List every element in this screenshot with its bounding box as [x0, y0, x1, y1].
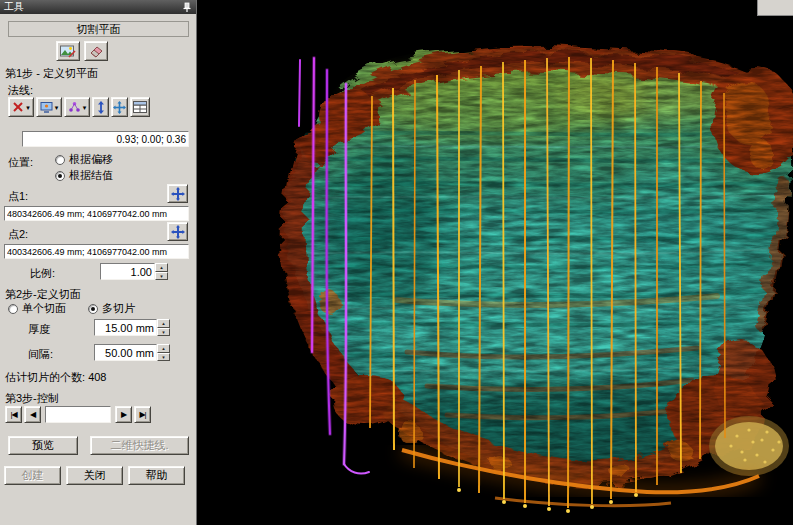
move-cross-icon — [113, 101, 126, 114]
point1-input[interactable] — [4, 206, 189, 221]
radio-by-offset[interactable]: 根据偏移 — [55, 152, 113, 167]
coordinates-table-button[interactable] — [130, 97, 150, 117]
eraser-icon — [89, 44, 104, 58]
app-window: 工具 切割平面 第1步 - 定义切平面 法线: — [0, 0, 793, 525]
vertical-arrows-icon — [95, 101, 107, 114]
panel-title: 工具 — [4, 0, 24, 14]
nav-prev-button[interactable]: ◀ — [24, 406, 41, 423]
slice-estimate: 估计切片的个数: 408 — [5, 370, 106, 385]
thickness-input[interactable] — [94, 319, 157, 336]
center-plane-button[interactable] — [111, 97, 128, 117]
position-label: 位置: — [8, 155, 33, 170]
normal-value-input[interactable] — [22, 131, 189, 147]
radio-circle — [8, 304, 18, 314]
nav-next-button[interactable]: ▶ — [115, 406, 132, 423]
scale-input[interactable] — [100, 263, 155, 280]
thickness-label: 厚度 — [28, 322, 50, 337]
point2-input[interactable] — [4, 244, 189, 259]
normal-from-view-button[interactable]: ▾ — [36, 97, 62, 117]
pick-point2-button[interactable] — [167, 222, 188, 241]
nav-last-button[interactable]: ▶| — [134, 406, 151, 423]
define-plane-graphically-button[interactable] — [56, 41, 80, 61]
radio-by-value-label: 根据结值 — [69, 168, 113, 183]
section-header: 切割平面 — [8, 21, 189, 37]
point1-label: 点1: — [8, 189, 28, 204]
point2-label: 点2: — [8, 227, 28, 242]
three-points-icon — [68, 101, 81, 113]
scale-label: 比例: — [30, 266, 55, 281]
create-button[interactable]: 创建 — [4, 466, 61, 485]
scale-spinner: ▴ ▾ — [100, 263, 168, 280]
edit-plane-button[interactable] — [84, 41, 108, 61]
pick-cross-icon — [171, 225, 185, 239]
step3-heading: 第3步-控制 — [5, 391, 59, 406]
picture-icon — [60, 45, 76, 58]
thickness-up-button[interactable]: ▴ — [157, 319, 170, 328]
radio-multi-slice-label: 多切片 — [102, 301, 135, 316]
thickness-down-button[interactable]: ▾ — [157, 328, 170, 337]
close-button[interactable]: 关闭 — [66, 466, 123, 485]
radio-by-offset-label: 根据偏移 — [69, 152, 113, 167]
radio-circle — [55, 155, 65, 165]
interval-down-button[interactable]: ▾ — [157, 353, 170, 362]
caret-down-icon: ▾ — [83, 104, 87, 111]
interval-label: 间隔: — [28, 347, 53, 362]
shortcut-2d-button[interactable]: 二维快捷线. — [90, 436, 189, 455]
viewport-3d[interactable] — [197, 0, 793, 525]
scale-down-button[interactable]: ▾ — [155, 272, 168, 281]
normal-from-points-button[interactable]: ▾ — [64, 97, 90, 117]
caret-down-icon: ▾ — [26, 104, 30, 111]
radio-single-section-label: 单个切面 — [22, 301, 66, 316]
nav-first-button[interactable]: |◀ — [5, 406, 22, 423]
scale-up-button[interactable]: ▴ — [155, 263, 168, 272]
help-button[interactable]: 帮助 — [128, 466, 185, 485]
thickness-spinner: ▴ ▾ — [94, 319, 170, 336]
pick-point1-button[interactable] — [167, 184, 188, 203]
normal-axis-button[interactable]: ▾ — [8, 97, 34, 117]
interval-input[interactable] — [94, 344, 157, 361]
point-cloud-render — [197, 0, 793, 525]
frame-input[interactable] — [45, 406, 111, 423]
step2-heading: 第2步-定义切面 — [5, 287, 81, 302]
table-icon — [133, 101, 147, 113]
interval-up-button[interactable]: ▴ — [157, 344, 170, 353]
caret-down-icon: ▾ — [55, 104, 59, 111]
slice-estimate-value: 408 — [88, 371, 106, 383]
tool-panel: 工具 切割平面 第1步 - 定义切平面 法线: — [0, 0, 197, 525]
pin-icon[interactable] — [182, 2, 192, 13]
radio-circle — [55, 171, 65, 181]
interval-spinner: ▴ ▾ — [94, 344, 170, 361]
radio-circle — [88, 304, 98, 314]
radio-by-value[interactable]: 根据结值 — [55, 168, 113, 183]
step1-heading: 第1步 - 定义切平面 — [5, 66, 98, 81]
panel-titlebar[interactable]: 工具 — [0, 0, 196, 14]
axis-x-icon — [12, 101, 24, 113]
flip-normal-button[interactable] — [92, 97, 109, 117]
slice-estimate-label: 估计切片的个数: — [5, 371, 85, 383]
radio-single-section[interactable]: 单个切面 — [8, 301, 66, 316]
radio-multi-slice[interactable]: 多切片 — [88, 301, 135, 316]
preview-button[interactable]: 预览 — [8, 436, 78, 455]
pick-cross-icon — [171, 187, 185, 201]
screen-icon — [40, 101, 53, 113]
normal-label: 法线: — [8, 83, 33, 98]
viewport-corner-overlay — [757, 0, 793, 16]
